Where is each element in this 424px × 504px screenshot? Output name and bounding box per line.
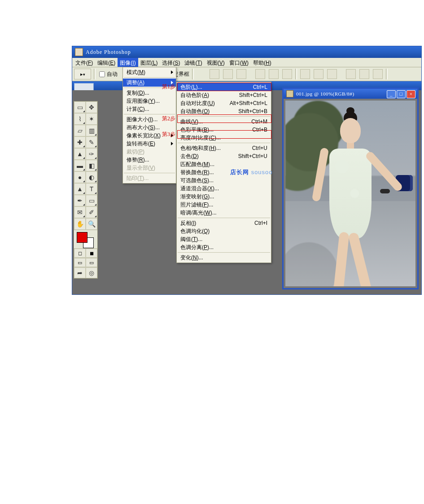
type-tool-icon[interactable]: T bbox=[86, 183, 97, 195]
eraser-tool-icon[interactable]: ▬ bbox=[74, 160, 86, 171]
distribute-icon[interactable] bbox=[346, 69, 356, 79]
wand-tool-icon[interactable]: ✶ bbox=[86, 113, 97, 125]
mi-gradient-map[interactable]: 渐变映射(G)... bbox=[177, 193, 271, 201]
distribute-icon[interactable] bbox=[300, 69, 310, 79]
mi-replace-color[interactable]: 替换颜色(R)... bbox=[177, 168, 271, 176]
document-canvas[interactable] bbox=[285, 101, 415, 286]
close-button[interactable]: × bbox=[407, 90, 415, 98]
mi-color-balance[interactable]: 色彩平衡(B)...Ctrl+B bbox=[177, 126, 271, 134]
menu-edit[interactable]: 编辑(E) bbox=[95, 58, 118, 67]
crop-tool-icon[interactable]: ▱ bbox=[74, 125, 86, 136]
eyedropper-tool-icon[interactable]: ✐ bbox=[86, 206, 97, 218]
menu-filter[interactable]: 滤镜(T) bbox=[182, 58, 204, 67]
align-icon[interactable] bbox=[236, 69, 246, 79]
move-tool-icon[interactable]: ✥ bbox=[86, 101, 97, 113]
imageready-icon[interactable]: ◎ bbox=[86, 267, 97, 278]
mi-desaturate[interactable]: 去色(D)Shift+Ctrl+U bbox=[177, 152, 271, 160]
app-title: Adobe Photoshop bbox=[86, 49, 131, 56]
mi-photo-filter[interactable]: 照片滤镜(F)... bbox=[177, 201, 271, 209]
mi-curves[interactable]: 曲线(V)...Ctrl+M bbox=[177, 118, 271, 126]
submenu-arrow-icon bbox=[171, 70, 173, 74]
tool-preset[interactable]: ▸▾ bbox=[74, 69, 91, 79]
color-swatches[interactable] bbox=[74, 230, 97, 248]
mi-equalize[interactable]: 色调均化(Q) bbox=[177, 227, 271, 235]
mi-hue-sat[interactable]: 色相/饱和度(H)...Ctrl+U bbox=[177, 144, 271, 152]
mi-adjust[interactable]: 调整(A) bbox=[123, 79, 176, 87]
mi-posterize[interactable]: 色调分离(P)... bbox=[177, 243, 271, 251]
mi-canvas-size[interactable]: 画布大小(S)... bbox=[123, 123, 176, 131]
zoom-tool-icon[interactable]: 🔍 bbox=[86, 218, 97, 230]
shape-tool-icon[interactable]: ▭ bbox=[86, 195, 97, 206]
document-titlebar[interactable]: 001.jpg @ 100%(RGB/8#) _ □ × bbox=[284, 89, 417, 99]
screen-mode-icon[interactable]: ▭ bbox=[74, 258, 86, 267]
menu-view[interactable]: 视图(V) bbox=[205, 58, 227, 67]
brush-tool-icon[interactable]: ✎ bbox=[86, 136, 97, 148]
mi-threshold[interactable]: 阈值(T)... bbox=[177, 235, 271, 243]
mi-variations[interactable]: 变化(N)... bbox=[177, 254, 271, 262]
distribute-icon[interactable] bbox=[327, 69, 337, 79]
lasso-tool-icon[interactable]: ⌇ bbox=[74, 113, 86, 125]
menu-file-label: 文件 bbox=[75, 60, 86, 66]
mi-levels[interactable]: 色阶(L)...Ctrl+L bbox=[177, 83, 271, 91]
screen-mode-icon[interactable]: ▭ bbox=[86, 258, 97, 267]
mi-auto-levels[interactable]: 自动色阶(A)Shift+Ctrl+L bbox=[177, 91, 271, 99]
photo-content bbox=[285, 101, 415, 286]
notes-tool-icon[interactable]: ✉ bbox=[74, 206, 86, 218]
separator bbox=[94, 69, 96, 79]
align-icon[interactable] bbox=[282, 69, 292, 79]
maximize-button[interactable]: □ bbox=[397, 90, 406, 98]
foreground-swatch[interactable] bbox=[77, 232, 87, 243]
mi-invert[interactable]: 反相(I)Ctrl+I bbox=[177, 219, 271, 227]
dropdown-adjust: 色阶(L)...Ctrl+L 自动色阶(A)Shift+Ctrl+L 自动对比度… bbox=[176, 82, 271, 263]
jump-to-icon[interactable]: ➦ bbox=[74, 267, 86, 278]
mi-rotate-canvas[interactable]: 旋转画布(E) bbox=[123, 140, 176, 148]
mi-match-color[interactable]: 匹配颜色(M)... bbox=[177, 160, 271, 168]
separator bbox=[192, 69, 194, 79]
document-window[interactable]: 001.jpg @ 100%(RGB/8#) _ □ × bbox=[282, 88, 419, 289]
menu-layer[interactable]: 图层(L) bbox=[138, 58, 160, 67]
slice-tool-icon[interactable]: ▥ bbox=[86, 125, 97, 136]
align-icon[interactable] bbox=[210, 69, 219, 79]
menu-image[interactable]: 图像(I) bbox=[118, 58, 138, 67]
mi-duplicate[interactable]: 复制(D)... bbox=[123, 89, 176, 97]
gradient-tool-icon[interactable]: ◧ bbox=[86, 160, 97, 171]
menubar: 文件(F) 编辑(E) 图像(I) 图层(L) 选择(S) 滤镜(T) 视图(V… bbox=[72, 58, 421, 67]
mi-image-size[interactable]: 图像大小(I)... bbox=[123, 115, 176, 123]
mi-channel-mixer[interactable]: 通道混合器(X)... bbox=[177, 184, 271, 193]
dodge-tool-icon[interactable]: ◐ bbox=[86, 171, 97, 183]
hand-tool-icon[interactable]: ✋ bbox=[74, 218, 86, 230]
menu-select[interactable]: 选择(S) bbox=[160, 58, 182, 67]
minimize-button[interactable]: _ bbox=[387, 90, 396, 98]
align-icon[interactable] bbox=[255, 69, 265, 79]
heal-tool-icon[interactable]: ✚ bbox=[74, 136, 86, 148]
mi-apply-image[interactable]: 应用图像(Y)... bbox=[123, 97, 176, 105]
history-brush-icon[interactable]: ✑ bbox=[86, 148, 97, 160]
quickmask-mode-icon[interactable]: ◼ bbox=[86, 249, 97, 258]
mi-calculations[interactable]: 计算(C)... bbox=[123, 105, 176, 113]
mi-selective-color[interactable]: 可选颜色(S)... bbox=[177, 176, 271, 184]
mi-brightness-contrast[interactable]: 亮度/对比度(C)... bbox=[177, 134, 271, 142]
marquee-tool-icon[interactable]: ▭ bbox=[74, 101, 86, 113]
auto-select-input[interactable] bbox=[99, 71, 105, 77]
mi-trim[interactable]: 修整(R)... bbox=[123, 156, 176, 164]
pen-tool-icon[interactable]: ✒ bbox=[74, 195, 86, 206]
align-icon[interactable] bbox=[223, 69, 233, 79]
align-icon[interactable] bbox=[269, 69, 279, 79]
mi-shadow-highlight[interactable]: 暗调/高光(W)... bbox=[177, 209, 271, 217]
mi-reveal-all: 显示全部(V) bbox=[123, 164, 176, 172]
distribute-icon[interactable] bbox=[314, 69, 323, 79]
menu-window[interactable]: 窗口(W) bbox=[227, 58, 251, 67]
distribute-icon[interactable] bbox=[359, 69, 369, 79]
mi-auto-color[interactable]: 自动颜色(O)Shift+Ctrl+B bbox=[177, 107, 271, 115]
mi-mode[interactable]: 模式(M) bbox=[123, 68, 176, 76]
path-select-icon[interactable]: ▲ bbox=[74, 183, 86, 195]
distribute-icon[interactable] bbox=[373, 69, 383, 79]
auto-select-checkbox[interactable]: 自动 bbox=[98, 70, 120, 78]
menu-help[interactable]: 帮助(H) bbox=[251, 58, 274, 67]
blur-tool-icon[interactable]: ● bbox=[74, 171, 86, 183]
mi-pixel-aspect[interactable]: 像素长宽比(X) bbox=[123, 131, 176, 140]
menu-file[interactable]: 文件(F) bbox=[73, 58, 95, 67]
mi-auto-contrast[interactable]: 自动对比度(U)Alt+Shift+Ctrl+L bbox=[177, 99, 271, 107]
stamp-tool-icon[interactable]: ▲ bbox=[74, 148, 86, 160]
standard-mode-icon[interactable]: ◻ bbox=[74, 249, 86, 258]
